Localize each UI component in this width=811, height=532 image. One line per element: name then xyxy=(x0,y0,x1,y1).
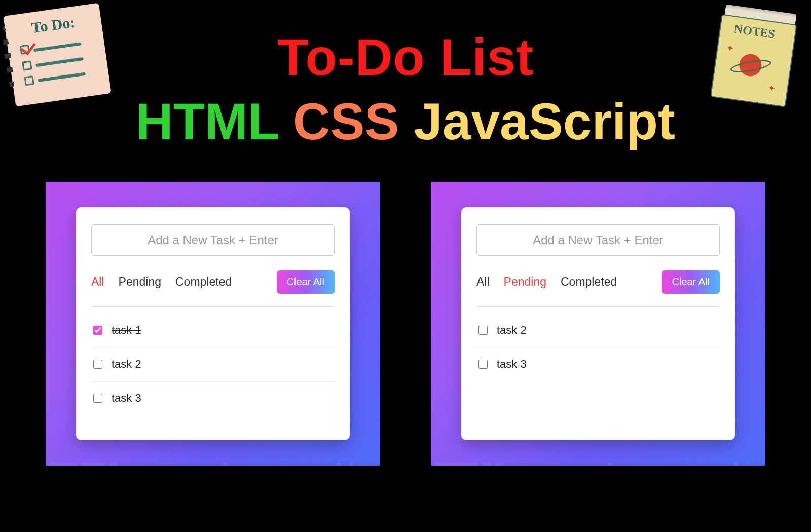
filter-all[interactable]: All xyxy=(476,275,490,289)
task-row: task 2 xyxy=(476,314,720,348)
task-checkbox[interactable] xyxy=(478,360,488,369)
filter-completed[interactable]: Completed xyxy=(561,275,617,289)
tech-html: HTML xyxy=(136,93,278,150)
filter-tabs: All Pending Completed xyxy=(476,275,617,289)
task-list: task 1 task 2 task 3 xyxy=(91,314,335,415)
clear-all-button[interactable]: Clear All xyxy=(277,270,335,294)
new-task-input[interactable] xyxy=(91,224,335,256)
task-label: task 1 xyxy=(112,324,141,337)
page-subtitle: HTML CSS JavaScript xyxy=(0,92,811,151)
page-title: To-Do List xyxy=(0,28,811,87)
clear-all-button[interactable]: Clear All xyxy=(662,270,720,294)
task-checkbox[interactable] xyxy=(93,360,102,369)
todo-notepad-icon: To Do: xyxy=(3,3,111,107)
task-row: task 3 xyxy=(476,348,720,381)
tech-js: JavaScript xyxy=(414,93,675,150)
task-label: task 2 xyxy=(112,358,141,371)
tech-css: CSS xyxy=(293,93,399,150)
filter-tabs: All Pending Completed xyxy=(91,275,232,289)
task-label: task 3 xyxy=(112,392,141,405)
todo-notepad-label: To Do: xyxy=(30,14,76,37)
todo-card: All Pending Completed Clear All task 2 t… xyxy=(461,207,735,440)
task-row: task 1 xyxy=(91,314,335,348)
new-task-input[interactable] xyxy=(476,224,720,256)
task-label: task 2 xyxy=(497,324,527,337)
task-label: task 3 xyxy=(497,358,527,371)
filter-completed[interactable]: Completed xyxy=(175,275,232,289)
task-checkbox[interactable] xyxy=(93,326,102,335)
todo-card: All Pending Completed Clear All task 1 t… xyxy=(76,207,350,440)
filter-pending[interactable]: Pending xyxy=(119,275,161,289)
notes-book-icon: NOTES ✦ ✦ xyxy=(710,9,802,111)
task-checkbox[interactable] xyxy=(93,394,102,403)
todo-app-right: All Pending Completed Clear All task 2 t… xyxy=(431,182,765,466)
task-row: task 2 xyxy=(91,348,335,382)
task-checkbox[interactable] xyxy=(478,326,488,335)
task-list: task 2 task 3 xyxy=(476,314,720,381)
todo-app-left: All Pending Completed Clear All task 1 t… xyxy=(46,182,380,466)
task-row: task 3 xyxy=(91,382,335,415)
filter-all[interactable]: All xyxy=(91,275,104,289)
filter-pending[interactable]: Pending xyxy=(504,275,546,289)
